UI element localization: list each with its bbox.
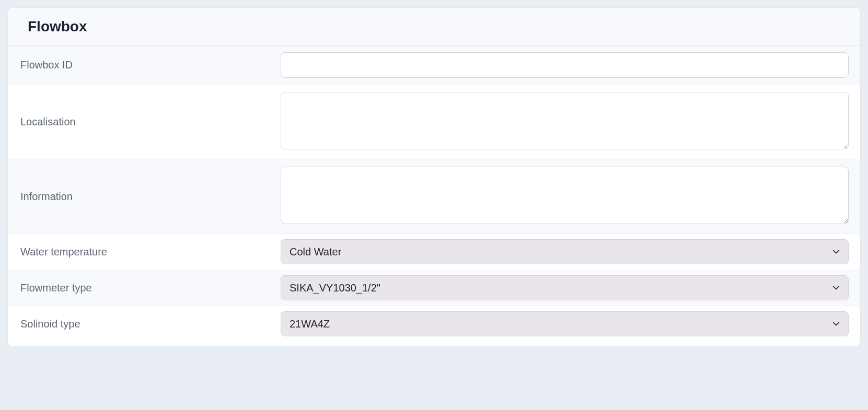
localisation-textarea[interactable] [281, 92, 849, 149]
label-localisation: Localisation [19, 116, 281, 128]
label-information: Information [19, 191, 281, 203]
label-water-temperature: Water temperature [19, 246, 281, 258]
solinoid-type-select[interactable]: 21WA4Z [281, 311, 849, 336]
information-textarea[interactable] [281, 167, 849, 224]
flowmeter-type-select[interactable]: SIKA_VY1030_1/2" [281, 275, 849, 300]
row-flowbox-id: Flowbox ID [8, 46, 860, 85]
label-flowmeter-type: Flowmeter type [19, 282, 281, 294]
water-temperature-select[interactable]: Cold Water [281, 239, 849, 264]
row-information: Information [8, 159, 860, 234]
row-flowmeter-type: Flowmeter type SIKA_VY1030_1/2" [8, 270, 860, 306]
label-solinoid-type: Solinoid type [19, 318, 281, 330]
flowbox-id-input[interactable] [281, 52, 849, 78]
row-localisation: Localisation [8, 85, 860, 159]
row-water-temperature: Water temperature Cold Water [8, 234, 860, 270]
card-header: Flowbox [8, 8, 860, 46]
row-solinoid-type: Solinoid type 21WA4Z [8, 306, 860, 346]
label-flowbox-id: Flowbox ID [19, 59, 281, 71]
flowbox-card: Flowbox Flowbox ID Localisation Informat… [7, 7, 861, 346]
form-body: Flowbox ID Localisation Information Wate… [8, 46, 860, 346]
card-title: Flowbox [28, 18, 840, 35]
